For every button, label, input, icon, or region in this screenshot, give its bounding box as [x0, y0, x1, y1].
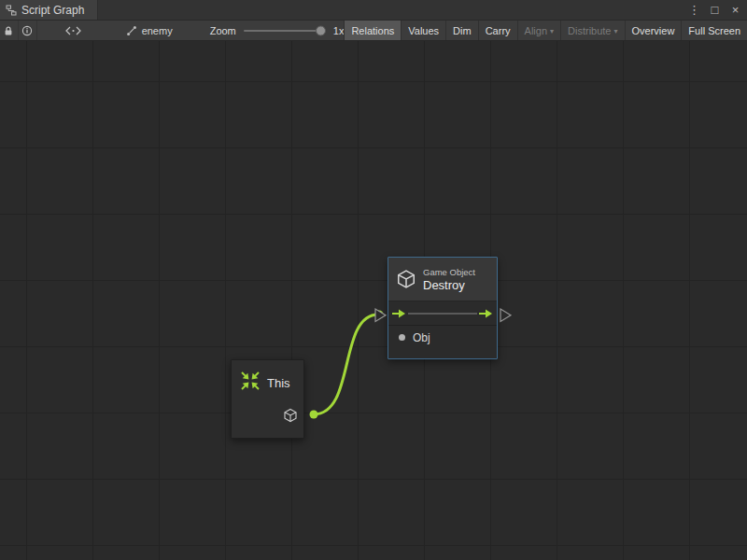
button-label: Align: [525, 25, 547, 36]
window-titlebar: Script Graph ⋮ □ ×: [0, 0, 747, 21]
obj-input-port[interactable]: [399, 334, 405, 341]
destroy-node-header: Game Object Destroy: [388, 258, 497, 301]
info-button[interactable]: [19, 21, 37, 40]
toolbar-button-carry[interactable]: Carry: [478, 21, 517, 40]
zoom-label: Zoom: [210, 25, 236, 36]
tab-script-graph[interactable]: Script Graph: [0, 0, 98, 20]
button-label: Full Screen: [688, 25, 740, 36]
connection-edge-this-to-destroy[interactable]: [314, 315, 378, 414]
chevron-down-icon: ▾: [550, 27, 554, 35]
graph-name: enemy: [142, 25, 173, 36]
lock-icon: [3, 25, 14, 36]
button-label: Dim: [453, 25, 472, 36]
zoom-value: 1x: [333, 25, 345, 36]
port-this-game-object-output[interactable]: [310, 411, 318, 419]
toolbar-button-distribute[interactable]: Distribute▾: [560, 21, 624, 40]
control-input-arrow-icon[interactable]: [392, 305, 406, 322]
this-node-label: This: [267, 376, 290, 390]
toolbar-button-fullscreen[interactable]: Full Screen: [681, 21, 747, 40]
node-this[interactable]: This: [231, 359, 304, 439]
window-maximize-button[interactable]: □: [708, 0, 722, 21]
port-destroy-control-input[interactable]: [375, 309, 386, 322]
toolbar-button-group: Relations Values Dim Carry Align▾ Distri…: [344, 21, 747, 40]
toolbar-button-dim[interactable]: Dim: [445, 21, 478, 40]
toolbar-button-values[interactable]: Values: [401, 21, 445, 40]
graph-toolbar: enemy Zoom 1x Relations Values Dim Carry…: [0, 21, 747, 41]
this-icon: [240, 371, 261, 395]
button-label: Values: [408, 25, 439, 36]
window-menu-button[interactable]: ⋮: [687, 0, 701, 21]
game-object-cube-icon: [396, 269, 416, 289]
destroy-node-title: Destroy: [423, 278, 475, 292]
obj-input-label: Obj: [413, 331, 430, 344]
zoom-slider-knob[interactable]: [316, 25, 326, 35]
lock-button[interactable]: [0, 21, 19, 40]
destroy-node-category: Game Object: [423, 267, 475, 277]
tab-title: Script Graph: [21, 4, 84, 17]
info-icon: [21, 25, 33, 36]
button-label: Carry: [486, 25, 511, 36]
graph-connections-layer: [0, 41, 747, 560]
relation-line: [408, 313, 477, 315]
button-label: Overview: [632, 25, 675, 36]
port-connection-endpoint[interactable]: [375, 311, 384, 319]
graph-canvas[interactable]: This Game Object Destroy: [0, 41, 747, 560]
toolbar-button-align[interactable]: Align▾: [517, 21, 560, 40]
graph-breadcrumb[interactable]: enemy: [126, 21, 173, 40]
button-label: Relations: [351, 25, 394, 36]
toolbar-button-overview[interactable]: Overview: [625, 21, 682, 40]
window-close-button[interactable]: ×: [728, 0, 742, 21]
graph-icon: [126, 25, 137, 36]
port-destroy-control-output[interactable]: [500, 309, 511, 322]
button-label: Distribute: [568, 25, 611, 36]
game-object-cube-icon: [283, 408, 298, 423]
control-output-arrow-icon[interactable]: [479, 305, 493, 322]
script-graph-icon: [6, 5, 17, 16]
destroy-node-body: Obj: [388, 301, 497, 349]
node-destroy[interactable]: Game Object Destroy Obj: [388, 257, 498, 359]
zoom-slider[interactable]: [244, 30, 326, 32]
code-preview-button[interactable]: [62, 21, 85, 40]
chevron-down-icon: ▾: [614, 27, 618, 35]
code-icon: [65, 26, 81, 35]
toolbar-button-relations[interactable]: Relations: [344, 21, 401, 40]
